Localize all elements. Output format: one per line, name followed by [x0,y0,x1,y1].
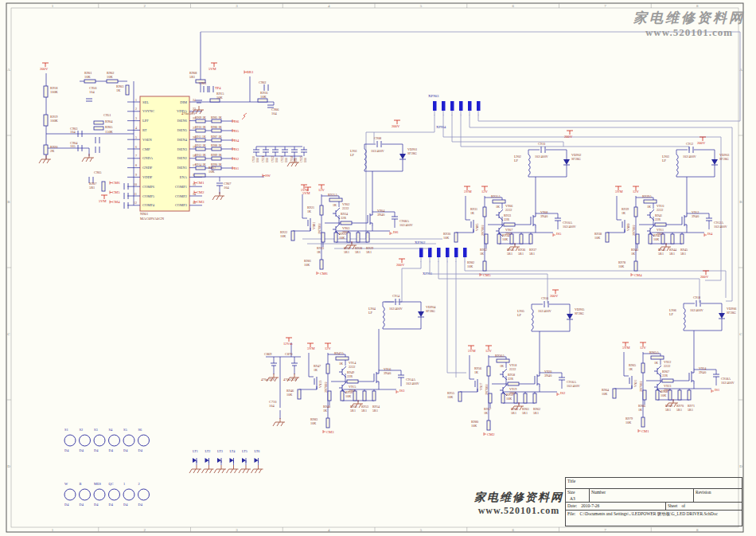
transistor-icon [650,225,654,229]
net-label: 5VM [464,190,472,194]
net-label: 5VM [622,346,630,350]
component-label: 102/400V [535,155,548,158]
ic-pin-name: COMP5 [142,194,155,198]
bead-label: LT1 [193,449,198,453]
indicator-circle [94,435,105,446]
indicator-sub-label: D4 [64,448,69,452]
resistor-symbol [662,379,673,382]
component-label: 100K [50,90,59,94]
watermark-top-text: 家电维修资料网 [631,10,747,26]
mosfet-icon [370,210,372,215]
component-label: 104 [269,404,275,408]
component-label: 5R1 [680,252,686,256]
component-label: 1K [629,367,633,371]
component-label: 2N7002 [632,225,636,237]
resistor-symbol [194,174,205,177]
component-label: 3N40 [384,371,391,375]
connector-label: XP904 [436,125,446,129]
bead-label: LT3 [217,449,223,453]
ic-pin-number: 10 [134,182,137,186]
net-label: 200V [40,67,49,71]
resistor-symbol [483,207,486,217]
ic-pin-name: COMP3 [175,203,188,207]
polarity-mark: + [460,113,462,117]
net-label: CM5 [112,190,120,194]
component-label: 10K [260,95,267,99]
title-block: Title Size A3 Number Revision Date: 2010… [565,477,742,526]
component-label: C914 [392,294,400,298]
net-label: 200V [396,263,405,267]
watermark-top: 家电维修资料网 www.520101.com [631,10,747,40]
ic-pin-name: ISEN1 [177,166,187,170]
diode-icon [399,154,406,159]
component-label: 10K [447,395,453,399]
resistor-symbol [504,223,515,226]
component-label: C902 [259,80,267,84]
ground-icon [47,159,49,163]
file-label: File: [567,511,575,516]
component-label: V901 [312,222,316,229]
component-label: V921 [633,380,637,387]
connector-label: XP901 [423,272,432,276]
component-label: 22R [347,374,353,378]
resistor-symbol [458,392,462,401]
ground-icon [239,469,241,473]
component-label: 2N7002 [485,385,489,396]
component-label: 22R [508,377,513,381]
component-label: 10K [304,263,310,267]
inductor-icon [383,307,384,327]
resistor-symbol [649,234,652,244]
component-label: 470u/35V [261,378,275,381]
resistor-symbol [483,261,486,271]
resistor-symbol [196,166,205,170]
component-label: R986 1K [211,126,222,129]
component-label: 102/400V [563,225,576,229]
ic-pin-name: COMP2 [175,194,187,198]
net-label: IS6 [393,230,399,234]
component-label: 102/400V [683,155,696,158]
indicator-label: W [64,482,68,486]
zone-row-label: D [7,464,10,468]
component-label: 103/400V [371,149,384,153]
component-label: 102/400V [399,223,413,227]
mosfet-icon [692,368,694,373]
component-label: C923 [281,156,284,162]
ic-ref: N901 [140,212,149,216]
mosfet-icon [684,212,687,217]
resistor-symbol [501,393,505,403]
resistor-symbol [102,182,105,191]
net-label: CM3 [326,430,334,434]
mosfet-icon [533,225,536,228]
ground-icon [39,159,41,163]
ground-icon [273,422,275,426]
connector-label: XP903 [428,94,439,98]
resistor-symbol [497,359,509,362]
connector-pin [468,101,472,111]
indicator-label: 1 [123,482,125,486]
component-label: LP [517,313,522,317]
net-label: 12V [640,346,647,350]
component-label: R913 1K [195,154,206,157]
component-label: 5R1 [350,409,356,413]
resistor-symbol [212,157,221,160]
component-label: 1K [314,368,318,372]
component-label: R904 [105,119,113,123]
ic-pin-name: LPF [142,119,149,123]
component-label: 22R [341,216,346,220]
net-label: TP4 [215,86,221,90]
net-label: 200V [700,275,709,279]
component-label: 10K [339,236,345,240]
ground-icon [202,469,205,473]
indicator-sub-label: D4 [94,448,99,452]
component-label: 1K [631,252,635,256]
indicator-sub-label: D4 [94,503,99,507]
zone-row-label: B [7,200,10,204]
ground-icon [212,196,215,200]
polarity-mark: + [446,260,449,264]
resistor-symbol [126,85,129,95]
indicator-circle [109,489,120,500]
revision-label: Revision [696,490,711,495]
component-label: 3N40 [377,213,384,217]
zone-row-label: C [7,332,10,336]
component-label: 5R1 [507,252,512,256]
